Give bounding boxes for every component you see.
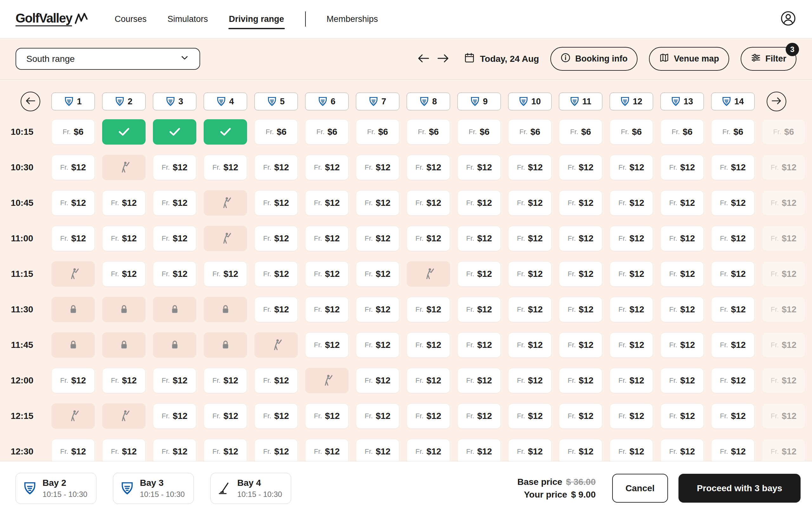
slot-1015-bay-1[interactable]: Fr.$6 xyxy=(51,119,95,145)
bay-header-12[interactable]: 12 xyxy=(610,93,653,110)
slot-1200-bay-12[interactable]: Fr.$12 xyxy=(610,368,653,393)
filter-button[interactable]: Filter 3 xyxy=(741,47,796,71)
slot-1215-bay-13[interactable]: Fr.$12 xyxy=(660,403,704,429)
slot-1130-bay-12[interactable]: Fr.$12 xyxy=(610,297,653,322)
slot-1030-bay-14[interactable]: Fr.$12 xyxy=(711,155,755,180)
booking-info-button[interactable]: Booking info xyxy=(550,47,638,71)
slot-1045-bay-8[interactable]: Fr.$12 xyxy=(407,190,450,216)
slot-1230-bay-9[interactable]: Fr.$12 xyxy=(457,439,501,461)
slot-1230-bay-8[interactable]: Fr.$12 xyxy=(407,439,450,461)
slot-1100-bay-13[interactable]: Fr.$12 xyxy=(660,226,704,251)
slot-1045-bay-5[interactable]: Fr.$12 xyxy=(254,190,298,216)
slot-1230-bay-12[interactable]: Fr.$12 xyxy=(610,439,653,461)
prev-date-button[interactable] xyxy=(416,51,431,67)
slot-1215-bay-3[interactable]: Fr.$12 xyxy=(153,403,196,429)
slot-1100-bay-2[interactable]: Fr.$12 xyxy=(102,226,146,251)
slot-1100-bay-10[interactable]: Fr.$12 xyxy=(508,226,552,251)
slot-1030-bay-8[interactable]: Fr.$12 xyxy=(407,155,450,180)
slot-1130-bay-11[interactable]: Fr.$12 xyxy=(559,297,602,322)
slot-1045-bay-1[interactable]: Fr.$12 xyxy=(51,190,95,216)
slot-1045-bay-7[interactable]: Fr.$12 xyxy=(356,190,399,216)
bay-header-9[interactable]: 9 xyxy=(457,93,501,110)
proceed-button[interactable]: Proceed with 3 bays xyxy=(678,474,801,503)
slot-1215-bay-12[interactable]: Fr.$12 xyxy=(610,403,653,429)
slot-1230-bay-2[interactable]: Fr.$12 xyxy=(102,439,146,461)
bay-header-1[interactable]: 1 xyxy=(51,93,95,110)
logo[interactable]: GolfValley xyxy=(16,12,88,26)
slot-1115-bay-6[interactable]: Fr.$12 xyxy=(305,261,349,287)
slot-1200-bay-8[interactable]: Fr.$12 xyxy=(407,368,450,393)
selected-bay-card-bay-2[interactable]: Bay 210:15 - 10:30 xyxy=(16,473,96,504)
slot-1215-bay-6[interactable]: Fr.$12 xyxy=(305,403,349,429)
next-date-button[interactable] xyxy=(435,51,451,67)
slot-1100-bay-14[interactable]: Fr.$12 xyxy=(711,226,755,251)
slot-1200-bay-2[interactable]: Fr.$12 xyxy=(102,368,146,393)
slot-1230-bay-5[interactable]: Fr.$12 xyxy=(254,439,298,461)
venue-map-button[interactable]: Venue map xyxy=(649,47,729,71)
slot-1200-bay-1[interactable]: Fr.$12 xyxy=(51,368,95,393)
slot-1100-bay-3[interactable]: Fr.$12 xyxy=(153,226,196,251)
slot-1230-bay-14[interactable]: Fr.$12 xyxy=(711,439,755,461)
slot-1015-bay-7[interactable]: Fr.$6 xyxy=(356,119,399,145)
slot-1045-bay-2[interactable]: Fr.$12 xyxy=(102,190,146,216)
slot-1015-bay-11[interactable]: Fr.$6 xyxy=(559,119,602,145)
slot-1200-bay-9[interactable]: Fr.$12 xyxy=(457,368,501,393)
slot-1015-bay-6[interactable]: Fr.$6 xyxy=(305,119,349,145)
slot-1115-bay-5[interactable]: Fr.$12 xyxy=(254,261,298,287)
slot-1230-bay-10[interactable]: Fr.$12 xyxy=(508,439,552,461)
slot-1130-bay-10[interactable]: Fr.$12 xyxy=(508,297,552,322)
slot-1130-bay-13[interactable]: Fr.$12 xyxy=(660,297,704,322)
nav-item-driving-range[interactable]: Driving range xyxy=(229,12,284,26)
nav-item-memberships[interactable]: Memberships xyxy=(327,12,378,26)
slot-1100-bay-9[interactable]: Fr.$12 xyxy=(457,226,501,251)
slot-1100-bay-8[interactable]: Fr.$12 xyxy=(407,226,450,251)
bay-header-8[interactable]: 8 xyxy=(407,93,450,110)
slot-1045-bay-10[interactable]: Fr.$12 xyxy=(508,190,552,216)
slot-1145-bay-14[interactable]: Fr.$12 xyxy=(711,332,755,358)
slot-1215-bay-4[interactable]: Fr.$12 xyxy=(204,403,247,429)
slot-1015-bay-13[interactable]: Fr.$6 xyxy=(660,119,704,145)
slot-1200-bay-4[interactable]: Fr.$12 xyxy=(204,368,247,393)
slot-1115-bay-11[interactable]: Fr.$12 xyxy=(559,261,602,287)
slot-1100-bay-7[interactable]: Fr.$12 xyxy=(356,226,399,251)
slot-1215-bay-9[interactable]: Fr.$12 xyxy=(457,403,501,429)
slot-1100-bay-12[interactable]: Fr.$12 xyxy=(610,226,653,251)
slot-1230-bay-4[interactable]: Fr.$12 xyxy=(204,439,247,461)
slot-1115-bay-3[interactable]: Fr.$12 xyxy=(153,261,196,287)
selected-bay-card-bay-3[interactable]: Bay 310:15 - 10:30 xyxy=(113,473,194,504)
nav-item-courses[interactable]: Courses xyxy=(115,12,147,26)
bay-header-14[interactable]: 14 xyxy=(711,93,755,110)
slot-1030-bay-11[interactable]: Fr.$12 xyxy=(559,155,602,180)
selected-bay-card-bay-4[interactable]: Bay 410:15 - 10:30 xyxy=(210,473,291,504)
slot-1230-bay-7[interactable]: Fr.$12 xyxy=(356,439,399,461)
bay-header-10[interactable]: 10 xyxy=(508,93,552,110)
slot-1215-bay-5[interactable]: Fr.$12 xyxy=(254,403,298,429)
date-picker[interactable]: Today, 24 Aug xyxy=(464,52,539,65)
bays-prev-button[interactable] xyxy=(21,92,40,111)
bay-header-3[interactable]: 3 xyxy=(153,93,196,110)
bay-header-11[interactable]: 11 xyxy=(559,93,602,110)
slot-1030-bay-13[interactable]: Fr.$12 xyxy=(660,155,704,180)
slot-1045-bay-9[interactable]: Fr.$12 xyxy=(457,190,501,216)
slot-1015-bay-10[interactable]: Fr.$6 xyxy=(508,119,552,145)
slot-1115-bay-2[interactable]: Fr.$12 xyxy=(102,261,146,287)
slot-1215-bay-14[interactable]: Fr.$12 xyxy=(711,403,755,429)
slot-1230-bay-11[interactable]: Fr.$12 xyxy=(559,439,602,461)
slot-1015-bay-4-selected[interactable] xyxy=(204,119,247,145)
slot-1115-bay-10[interactable]: Fr.$12 xyxy=(508,261,552,287)
slot-1030-bay-6[interactable]: Fr.$12 xyxy=(305,155,349,180)
slot-1130-bay-8[interactable]: Fr.$12 xyxy=(407,297,450,322)
slot-1015-bay-2-selected[interactable] xyxy=(102,119,146,145)
nav-item-simulators[interactable]: Simulators xyxy=(168,12,208,26)
slot-1115-bay-4[interactable]: Fr.$12 xyxy=(204,261,247,287)
slot-1115-bay-13[interactable]: Fr.$12 xyxy=(660,261,704,287)
slot-1015-bay-3-selected[interactable] xyxy=(153,119,196,145)
slot-1030-bay-3[interactable]: Fr.$12 xyxy=(153,155,196,180)
slot-1100-bay-11[interactable]: Fr.$12 xyxy=(559,226,602,251)
slot-1130-bay-7[interactable]: Fr.$12 xyxy=(356,297,399,322)
slot-1215-bay-8[interactable]: Fr.$12 xyxy=(407,403,450,429)
slot-1015-bay-14[interactable]: Fr.$6 xyxy=(711,119,755,145)
slot-1215-bay-7[interactable]: Fr.$12 xyxy=(356,403,399,429)
slot-1215-bay-11[interactable]: Fr.$12 xyxy=(559,403,602,429)
slot-1015-bay-9[interactable]: Fr.$6 xyxy=(457,119,501,145)
